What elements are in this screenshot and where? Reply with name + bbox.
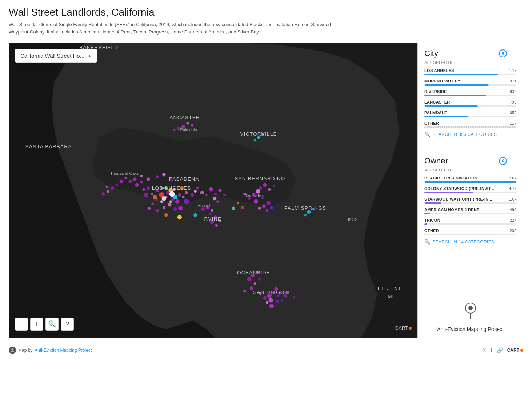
city-item-moreno-value: 971 <box>510 79 516 83</box>
owner-search-label: SEARCH IN 14 CATEGORIES <box>432 239 494 245</box>
city-label-victorville: VICTORVILLE <box>240 131 277 137</box>
svg-point-19 <box>135 183 139 187</box>
search-map-button[interactable]: 🔍 <box>45 318 59 331</box>
city-filter-header: City 6 ⋮ <box>424 49 516 58</box>
owner-filter-title: Owner <box>424 156 448 166</box>
svg-point-89 <box>263 296 267 300</box>
svg-point-111 <box>258 277 261 281</box>
zoom-in-button[interactable]: + <box>30 318 43 331</box>
city-item-palmdale-bar-bg <box>424 116 516 117</box>
svg-point-65 <box>272 185 275 187</box>
owner-filter-menu-icon[interactable]: ⋮ <box>510 158 516 164</box>
city-label-oceanside: OCEANSIDE <box>237 270 270 275</box>
attribution-link[interactable]: Anti-Eviction Mapping Project <box>35 348 92 353</box>
owner-item-colony-bar <box>424 192 473 193</box>
owner-item-colony-bar-bg <box>424 192 516 193</box>
svg-point-118 <box>193 213 197 217</box>
svg-point-36 <box>162 196 166 201</box>
svg-point-41 <box>120 179 123 183</box>
svg-point-21 <box>191 193 194 197</box>
owner-all-selected: ALL SELECTED <box>424 168 516 172</box>
city-item-riverside-name: RIVERSIDE <box>424 89 447 94</box>
svg-point-46 <box>105 185 108 188</box>
svg-point-11 <box>175 199 180 204</box>
owner-item-colony-name: COLONY STARWOOD (PRE-INVIT... <box>424 186 494 191</box>
zoom-out-button[interactable]: − <box>15 318 28 331</box>
city-item-la-bar-bg <box>424 74 516 75</box>
svg-point-84 <box>258 207 261 210</box>
svg-point-16 <box>151 202 154 205</box>
city-item-palmdale-bar <box>424 116 468 117</box>
city-item-moreno[interactable]: MORENO VALLEY 971 <box>424 79 516 86</box>
owner-item-colony[interactable]: COLONY STARWOOD (PRE-INVIT... 4.7k <box>424 186 516 193</box>
chevron-up-icon: ▲ <box>87 53 92 58</box>
svg-point-91 <box>268 298 273 302</box>
svg-point-38 <box>140 175 143 177</box>
city-item-palmdale-value: 652 <box>510 110 516 115</box>
city-label-irvine: IRVINE <box>203 216 221 222</box>
link-icon[interactable]: 🔗 <box>497 347 503 353</box>
city-item-lancaster-bar <box>424 105 478 107</box>
twitter-icon[interactable]: 𝕏 <box>483 347 487 353</box>
owner-filter-count-icon[interactable]: 6 <box>499 157 507 165</box>
right-panel: City 6 ⋮ ALL SELECTED LOS ANGELES 1.1k <box>418 43 523 338</box>
city-filter-count-icon[interactable]: 6 <box>499 49 507 57</box>
svg-point-104 <box>156 175 159 178</box>
owner-item-tricon-name: TRICON <box>424 218 440 222</box>
city-search-icon: 🔍 <box>424 132 430 137</box>
city-label-pasadena: PASADENA <box>169 176 199 182</box>
city-item-moreno-bar <box>424 84 489 86</box>
owner-item-other-name: OTHER <box>424 229 439 233</box>
anti-eviction-section: Anti-Eviction Mapping Project <box>424 293 516 332</box>
city-label-anaheim: Anaheim <box>198 203 214 208</box>
facebook-icon[interactable]: f <box>491 347 492 353</box>
city-item-palmdale[interactable]: PALMDALE 652 <box>424 110 516 117</box>
owner-item-blackstone-bar-bg <box>424 181 516 183</box>
owner-item-tricon[interactable]: TRICON 227 <box>424 218 516 225</box>
svg-point-39 <box>128 179 132 183</box>
svg-point-55 <box>216 200 219 203</box>
map-layer-label[interactable]: California Wall Street Ho... ▲ <box>15 49 97 63</box>
city-item-other[interactable]: OTHER 11k <box>424 121 516 128</box>
city-item-la-value: 1.1k <box>509 68 516 73</box>
city-label-indio: Indio <box>348 217 357 221</box>
city-item-riverside[interactable]: RIVERSIDE 932 <box>424 89 516 96</box>
city-item-la[interactable]: LOS ANGELES 1.1k <box>424 68 516 75</box>
anti-eviction-title: Anti-Eviction Mapping Project <box>437 326 504 332</box>
svg-point-96 <box>269 304 274 308</box>
city-label-san-diego: SAN DIEGO <box>253 290 284 295</box>
owner-item-blackstone[interactable]: BLACKSTONE/INVITATION 8.8k <box>424 176 516 183</box>
owner-item-american-name: AMERICAN HOMES 4 RENT <box>424 207 479 212</box>
city-item-la-name: LOS ANGELES <box>424 68 454 73</box>
svg-point-107 <box>147 177 150 181</box>
owner-item-blackstone-name: BLACKSTONE/INVITATION <box>424 176 477 180</box>
page-header: Wall Street Landlords, California Wall S… <box>0 0 532 39</box>
attribution-left: Map by Anti-Eviction Mapping Project <box>9 347 92 354</box>
owner-item-other[interactable]: OTHER 209 <box>424 229 516 235</box>
svg-point-112 <box>243 290 246 292</box>
owner-search-categories[interactable]: 🔍 SEARCH IN 14 CATEGORIES <box>424 239 516 245</box>
svg-point-110 <box>254 282 256 285</box>
owner-item-tricon-bar-bg <box>424 223 516 225</box>
owner-item-tricon-value: 227 <box>510 218 516 222</box>
section-divider <box>424 152 516 152</box>
svg-point-75 <box>211 209 213 212</box>
owner-search-icon: 🔍 <box>424 239 430 245</box>
owner-item-american-bar-bg <box>424 213 516 214</box>
svg-point-17 <box>168 203 172 207</box>
svg-point-128 <box>11 348 13 351</box>
city-filter-menu-icon[interactable]: ⋮ <box>510 50 516 57</box>
help-button[interactable]: ? <box>61 318 74 331</box>
svg-point-23 <box>178 206 183 210</box>
owner-item-starwood[interactable]: STARWOOD WAYPOINT (PRE-IN... 1.6k <box>424 197 516 204</box>
city-search-categories[interactable]: 🔍 SEARCH IN 356 CATEGORIES <box>424 132 516 137</box>
owner-item-colony-value: 4.7k <box>509 186 516 191</box>
svg-point-33 <box>169 200 172 203</box>
city-item-lancaster[interactable]: LANCASTER 795 <box>424 100 516 107</box>
city-item-lancaster-name: LANCASTER <box>424 100 450 104</box>
owner-item-american[interactable]: AMERICAN HOMES 4 RENT 499 <box>424 207 516 214</box>
page-description: Wall Street landlords of Single Family R… <box>9 21 336 35</box>
owner-item-starwood-bar <box>424 202 441 204</box>
svg-point-119 <box>177 215 182 219</box>
svg-point-114 <box>281 299 283 302</box>
